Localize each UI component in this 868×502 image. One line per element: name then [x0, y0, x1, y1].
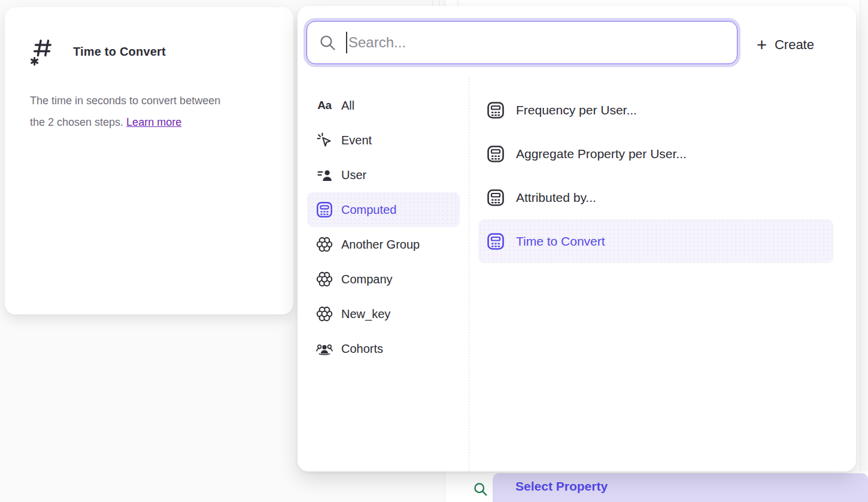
- search-placeholder: Search...: [348, 34, 406, 51]
- create-button-label: Create: [775, 37, 814, 53]
- calculator-icon: [486, 101, 505, 120]
- category-label: Computed: [341, 203, 396, 217]
- category-label: User: [341, 168, 366, 182]
- search-focus-ring: Search...: [304, 18, 740, 67]
- search-input[interactable]: Search...: [306, 21, 738, 64]
- result-item-time-to-convert[interactable]: Time to Convert: [478, 219, 833, 263]
- tooltip-header: Time to Convert: [30, 36, 268, 67]
- calculator-icon: [315, 201, 333, 219]
- category-item-new-key[interactable]: New_key: [307, 297, 460, 331]
- category-label: New_key: [341, 307, 390, 321]
- text-caret: [346, 32, 347, 53]
- cohorts-icon: [315, 340, 333, 357]
- result-label: Aggregate Property per User...: [516, 147, 687, 161]
- tooltip-card: Time to Convert The time in seconds to c…: [5, 7, 293, 314]
- property-search-icon: [473, 482, 488, 497]
- tooltip-title: Time to Convert: [73, 45, 166, 59]
- result-label: Time to Convert: [516, 234, 605, 249]
- category-item-event[interactable]: Event: [307, 123, 460, 158]
- result-label: Attributed by...: [516, 190, 596, 205]
- category-item-computed[interactable]: Computed: [307, 192, 460, 227]
- category-item-user[interactable]: User: [307, 158, 460, 192]
- calculator-icon: [486, 232, 505, 251]
- category-item-company[interactable]: Company: [307, 262, 460, 297]
- group-cluster-icon: [315, 235, 333, 253]
- category-item-cohorts[interactable]: Cohorts: [307, 331, 460, 366]
- category-label: Event: [341, 134, 372, 147]
- calculator-icon: [486, 144, 505, 164]
- search-icon: [319, 34, 336, 51]
- category-label: Company: [341, 273, 393, 286]
- category-label: All: [341, 99, 354, 113]
- results-list: Frequency per User... Aggregate Property…: [478, 88, 833, 263]
- result-item-frequency-per-user[interactable]: Frequency per User...: [478, 88, 833, 132]
- result-item-attributed-by[interactable]: Attributed by...: [478, 176, 833, 219]
- result-label: Frequency per User...: [516, 103, 637, 117]
- numeric-property-icon: [30, 36, 55, 67]
- calculator-icon: [486, 188, 505, 207]
- select-property-label: Select Property: [515, 479, 608, 494]
- plus-icon: +: [757, 38, 767, 52]
- create-button[interactable]: + Create: [757, 37, 814, 53]
- category-item-all[interactable]: Aa All: [307, 88, 460, 123]
- tooltip-description: The time in seconds to convert between t…: [30, 90, 269, 133]
- result-item-aggregate-property-per-user[interactable]: Aggregate Property per User...: [478, 132, 833, 176]
- category-label: Cohorts: [341, 342, 383, 356]
- cursor-click-icon: [315, 132, 333, 149]
- column-divider: [469, 78, 469, 471]
- select-property-bar: Select Property: [445, 471, 868, 502]
- select-property-button[interactable]: Select Property: [493, 473, 868, 502]
- category-list: Aa All Event: [307, 88, 460, 366]
- group-cluster-icon: [315, 305, 333, 323]
- group-cluster-icon: [315, 270, 333, 288]
- user-icon: [315, 167, 333, 184]
- letter-case-icon: Aa: [315, 99, 333, 112]
- property-picker-dropdown: Search... + Create Aa All Event: [298, 6, 856, 471]
- category-item-another-group[interactable]: Another Group: [307, 227, 460, 262]
- category-label: Another Group: [341, 238, 420, 252]
- learn-more-link[interactable]: Learn more: [126, 116, 181, 128]
